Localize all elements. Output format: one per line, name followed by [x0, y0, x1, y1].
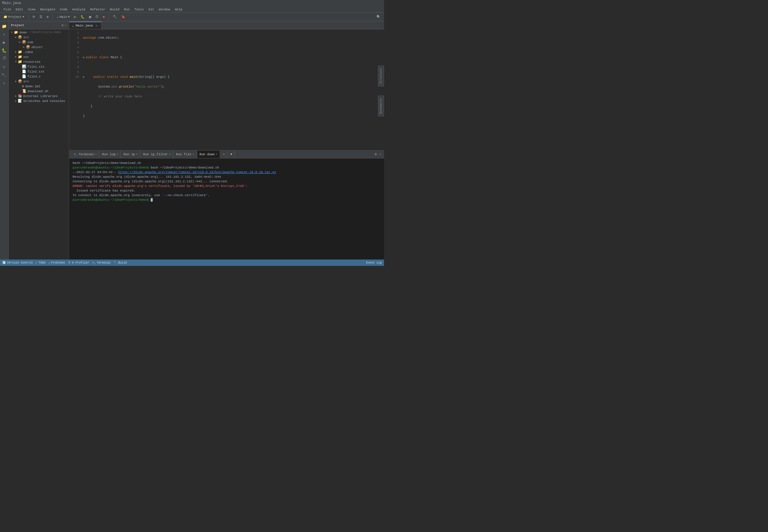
terminal-tabs: >_ Terminal ✕ Run log ✕ Run ip ✕ Run ip_… [71, 150, 235, 158]
status-build[interactable]: 🔨 Build [114, 261, 127, 264]
tree-item-scratches[interactable]: ▶ 📝 Scratches and Consoles [9, 99, 69, 103]
menu-git[interactable]: Git [146, 7, 156, 12]
run-file-close[interactable]: ✕ [192, 153, 194, 156]
menu-code[interactable]: Code [58, 7, 70, 12]
coverage-button[interactable]: ▦ [87, 14, 93, 19]
menu-navigate[interactable]: Navigate [38, 7, 58, 12]
term-url[interactable]: https://dlcdn.apache.org/tomcat/tomcat-1… [118, 171, 276, 174]
run-arrow-5[interactable]: ▶ [83, 75, 85, 79]
menu-window[interactable]: Window [156, 7, 173, 12]
debug-button[interactable]: 🐛 [79, 14, 86, 19]
tab-run-ip[interactable]: Run ip ✕ [121, 151, 140, 158]
tree-item-obiscr[interactable]: ▶ 📦 obiscr [9, 45, 69, 50]
term-cursor [151, 198, 153, 202]
tree-item-resources[interactable]: ▼ 📁 resources [9, 59, 69, 64]
terminal-line-3: --2022-03-27 04:04:42-- https://dlcdn.ap… [73, 170, 381, 175]
tree-item-demo[interactable]: ▼ 📁 demo ~/IdeaProjects/demo [9, 30, 69, 35]
profiler-tool-btn[interactable]: ⏱ [1, 55, 8, 62]
sidebar-collapse-icon[interactable]: — [65, 23, 67, 27]
status-bar-right: Event Log [366, 261, 382, 264]
menu-edit[interactable]: Edit [13, 7, 25, 12]
tab-label-main-java: Main.java [76, 24, 93, 27]
terminal-content[interactable]: bash ~/IdeaProjects/demo/download.sh pie… [69, 158, 384, 260]
todo-tool-btn[interactable]: ☑ [1, 63, 8, 70]
run-button[interactable]: ▶ [72, 14, 78, 20]
project-dropdown[interactable]: 📁 Project ▼ [2, 14, 26, 19]
commit-btn[interactable]: ✓ [1, 31, 8, 38]
tree-item-com[interactable]: ▶ 📦 com [9, 40, 69, 45]
tab-main-java[interactable]: ☕ Main.java ✕ [69, 22, 102, 29]
terminal-minimize-icon[interactable]: — [379, 152, 382, 157]
menu-help[interactable]: Help [173, 7, 185, 12]
structure-tab[interactable]: Structure [378, 66, 384, 86]
tree-item-src[interactable]: ▶ 📦 src [9, 35, 69, 40]
tree-item-demoiml[interactable]: ⚙ demo.iml [9, 84, 69, 89]
tab-run-file[interactable]: Run file ✕ [174, 151, 196, 158]
tab-run-ip-filter[interactable]: Run ip_filter ✕ [141, 151, 173, 158]
build-button[interactable]: 🔨 [111, 14, 119, 19]
run-ip-close[interactable]: ✕ [136, 153, 138, 156]
project-view-btn[interactable]: 📁 [1, 22, 8, 30]
tab-run-down[interactable]: Run down ✕ [197, 151, 220, 158]
terminal-tab-close[interactable]: ✕ [95, 153, 97, 156]
tab-run-log[interactable]: Run log ✕ [100, 151, 121, 158]
problems-tool-btn[interactable]: ⚠ [1, 79, 8, 86]
terminal-tool-btn[interactable]: >_ [1, 71, 8, 78]
tree-label-extlibs: External Libraries [23, 94, 58, 98]
search-button[interactable]: 🔍 [375, 14, 382, 19]
tree-item-src2[interactable]: ▶ 📦 src [9, 79, 69, 84]
icon-bar: 📁 ✓ ▶ 🐛 ⏱ ☑ >_ ⚠ [0, 21, 9, 260]
tree-item-out[interactable]: ▶ 📁 out [9, 54, 69, 59]
menu-view[interactable]: View [26, 7, 38, 12]
settings-btn[interactable]: ⚙ [45, 14, 50, 19]
code-content[interactable]: package com.obiscr; ▶public class Main {… [81, 29, 384, 150]
terminal-settings-icon[interactable]: ⚙ [374, 152, 377, 157]
sidebar-settings-icon[interactable]: ⚙ [62, 23, 64, 27]
menu-refactor[interactable]: Refactor [88, 7, 108, 12]
tree-item-idea[interactable]: ▶ 📁 .idea [9, 50, 69, 54]
tree-item-file3c[interactable]: 📄 file3.c [9, 74, 69, 79]
stop-button[interactable]: ■ [101, 15, 107, 19]
menu-tools[interactable]: Tools [132, 7, 146, 12]
more-tabs-icon: ▼ [230, 153, 232, 156]
bookmarks-tab[interactable]: Bookmarks [378, 96, 384, 116]
menu-analyze[interactable]: Analyze [70, 7, 88, 12]
folder-icon-demo: 📁 [14, 30, 18, 35]
problems-icon: ⚠ [48, 261, 50, 264]
term-prompt-1: piercebrands@ubuntu:~/IdeaProjects/demo$ [73, 166, 149, 169]
term-prompt-2: piercebrands@ubuntu:~/IdeaProjects/demo$ [73, 198, 149, 202]
tree-item-file2txt[interactable]: 📄 file2.txt [9, 69, 69, 74]
run-arrow-3[interactable]: ▶ [83, 55, 85, 60]
tab-close-main-java[interactable]: ✕ [94, 24, 99, 28]
tab-terminal[interactable]: >_ Terminal ✕ [71, 151, 99, 158]
status-terminal[interactable]: >_ Terminal [92, 261, 111, 264]
bookmark-button[interactable]: 🔖 [120, 14, 127, 19]
tree-item-extlibs[interactable]: ▶ 📚 External Libraries [9, 94, 69, 99]
run-config-dropdown[interactable]: ☕ Main ▼ [55, 14, 71, 19]
status-problems[interactable]: ⚠ Problems [48, 261, 65, 264]
status-vcs[interactable]: 🔃 Version Control [2, 261, 33, 264]
terminal-line-9: piercebrands@ubuntu:~/IdeaProjects/demo$ [73, 198, 381, 202]
term-cmd-1: bash ~/IdeaProjects/demo/download.sh [73, 161, 141, 165]
status-event-log[interactable]: Event Log [366, 261, 382, 264]
profile-button[interactable]: ⏱ [94, 14, 100, 19]
menu-run[interactable]: Run [122, 7, 132, 12]
menu-file[interactable]: File [1, 7, 13, 12]
editor-tabs: ☕ Main.java ✕ [69, 21, 384, 29]
status-profiler[interactable]: ⏱ 0 Profiler [68, 261, 89, 264]
layout-btn[interactable]: ☰ [38, 14, 44, 19]
sync-btn[interactable]: ⟳ [31, 14, 37, 19]
run-tool-btn[interactable]: ▶ [1, 39, 8, 46]
tree-item-downloadsh[interactable]: 📜 download.sh [9, 89, 69, 94]
run-down-close[interactable]: ✕ [216, 153, 217, 156]
line-numbers: 12345 678910 [69, 29, 81, 150]
status-todo[interactable]: ✓ TODO [36, 261, 46, 264]
tab-more[interactable]: ▼ [228, 151, 235, 158]
tree-item-file1xls[interactable]: 📊 file1.xls [9, 64, 69, 69]
tab-add[interactable]: + [221, 151, 228, 158]
title-bar: Main.java [0, 0, 384, 6]
run-log-close[interactable]: ✕ [117, 153, 118, 156]
run-ip-filter-close[interactable]: ✕ [169, 153, 171, 156]
debug-tool-btn[interactable]: 🐛 [1, 47, 8, 54]
menu-build[interactable]: Build [107, 7, 122, 12]
